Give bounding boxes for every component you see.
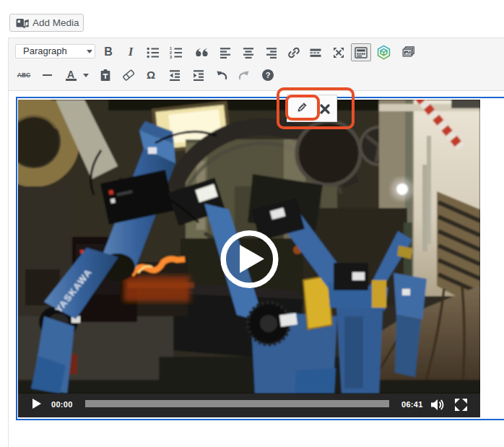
svg-text:3: 3 <box>170 55 172 59</box>
svg-text:?: ? <box>266 71 271 79</box>
